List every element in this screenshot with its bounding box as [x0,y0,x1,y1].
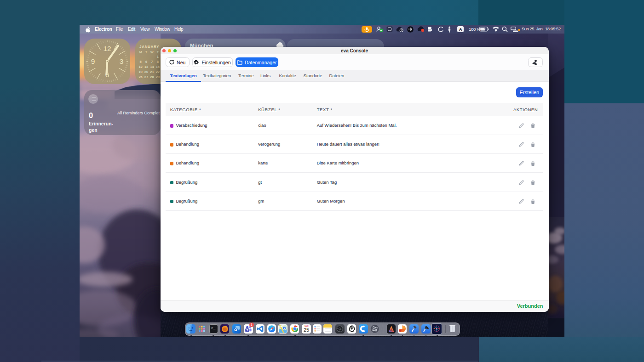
svg-text:9: 9 [91,57,95,65]
svg-text:3: 3 [120,57,124,65]
svg-text:12: 12 [103,45,111,52]
